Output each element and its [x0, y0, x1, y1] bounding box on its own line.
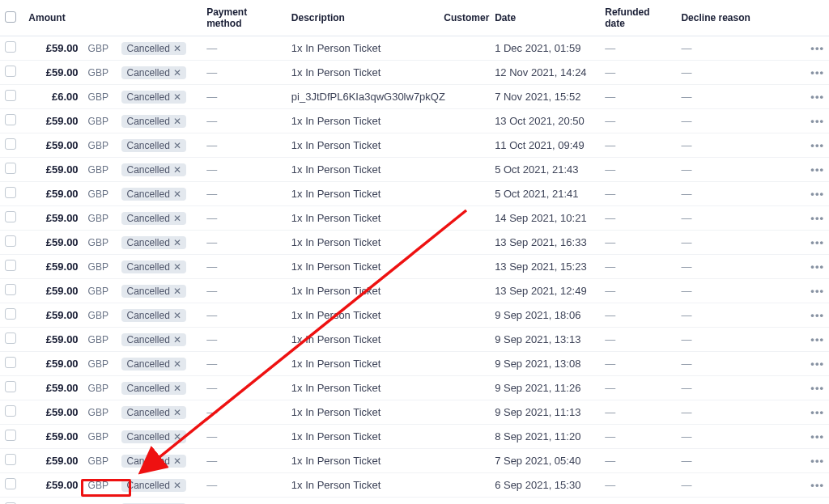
col-amount[interactable]: Amount [23, 0, 202, 36]
decline-reason-cell: — [676, 133, 795, 158]
row-actions-menu[interactable]: ••• [810, 358, 824, 370]
refunded-date-cell: — [600, 352, 676, 376]
row-actions-menu[interactable]: ••• [810, 285, 824, 297]
payment-method-cell: — [202, 36, 287, 61]
row-checkbox[interactable] [5, 138, 16, 150]
description-cell: 1x In Person Ticket [287, 352, 439, 376]
col-date[interactable]: Date [490, 0, 600, 36]
table-row[interactable]: £59.00GBPCancelled ✕—1x In Person Ticket… [0, 255, 829, 279]
row-actions-menu[interactable]: ••• [810, 91, 824, 103]
select-all-checkbox[interactable] [5, 11, 16, 23]
table-row[interactable]: £6.00GBPCancelled ✕—pi_3JtDfPL6KIa3qwG30… [0, 85, 829, 109]
row-checkbox[interactable] [5, 187, 16, 198]
description-cell: 1x In Person Ticket [287, 328, 439, 352]
row-checkbox[interactable] [5, 235, 16, 247]
date-cell: 9 Sep 2021, 11:26 [490, 376, 600, 400]
row-checkbox[interactable] [5, 478, 16, 489]
row-actions-menu[interactable]: ••• [810, 406, 824, 418]
row-checkbox[interactable] [5, 41, 16, 53]
table-row[interactable]: £59.00GBPCancelled ✕—1x In Person Ticket… [0, 303, 829, 328]
amount-cell: £59.00 [23, 473, 83, 498]
payment-method-cell: — [202, 61, 287, 85]
amount-cell: £59.00 [23, 352, 83, 376]
table-row[interactable]: £59.00GBPCancelled ✕—1x In Person Ticket… [0, 328, 829, 352]
currency-cell: GBP [83, 85, 117, 109]
amount-cell: £59.00 [23, 400, 83, 425]
cancel-x-icon: ✕ [173, 286, 181, 297]
row-actions-menu[interactable]: ••• [810, 479, 824, 491]
status-label: Cancelled [126, 67, 169, 78]
table-row[interactable]: £59.00GBPCancelled ✕—1x In Person Ticket… [0, 352, 829, 376]
row-actions-menu[interactable]: ••• [810, 212, 824, 224]
row-actions-menu[interactable]: ••• [810, 455, 824, 467]
row-actions-menu[interactable]: ••• [810, 260, 824, 273]
table-row[interactable]: £59.00GBPCancelled ✕—1x In Person Ticket… [0, 109, 829, 133]
status-label: Cancelled [126, 310, 169, 321]
row-actions-menu[interactable]: ••• [810, 309, 824, 321]
table-row[interactable]: £59.00GBPCancelled ✕—1x In Person Ticket… [0, 400, 829, 425]
decline-reason-cell: — [676, 36, 795, 61]
row-checkbox[interactable] [5, 308, 16, 320]
refunded-date-cell: — [600, 449, 676, 473]
row-checkbox[interactable] [5, 405, 16, 417]
row-actions-menu[interactable]: ••• [810, 333, 824, 345]
status-label: Cancelled [126, 480, 169, 491]
table-row[interactable]: £59.00GBPCancelled ✕—1x In Person Ticket… [0, 231, 829, 255]
date-cell: 11 Oct 2021, 09:49 [490, 133, 600, 158]
row-checkbox[interactable] [5, 66, 16, 77]
status-badge: Cancelled ✕ [121, 479, 185, 492]
decline-reason-cell: — [676, 400, 795, 425]
currency-cell: GBP [83, 255, 117, 279]
row-checkbox[interactable] [5, 332, 16, 344]
table-row[interactable]: £59.00GBPCancelled ✕—1x In Person Ticket… [0, 279, 829, 303]
customer-cell [439, 498, 490, 505]
amount-cell: £6.00 [23, 85, 83, 109]
col-payment-method[interactable]: Payment method [202, 0, 287, 36]
row-actions-menu[interactable]: ••• [810, 42, 824, 54]
cancel-x-icon: ✕ [173, 116, 181, 127]
table-row[interactable]: £59.00GBPCancelled ✕—1x In Person Ticket… [0, 425, 829, 449]
table-row[interactable]: £59.00GBPCancelled ✕—1x In Person Ticket… [0, 206, 829, 231]
col-refunded-date[interactable]: Refunded date [600, 0, 676, 36]
customer-cell [439, 303, 490, 328]
description-cell: 1x In Person Ticket [287, 279, 439, 303]
payments-table: Amount Payment method Description Custom… [0, 0, 829, 504]
row-checkbox[interactable] [5, 90, 16, 101]
table-row[interactable]: £59.00GBPCancelled ✕—1x In Person Ticket… [0, 61, 829, 85]
row-actions-menu[interactable]: ••• [810, 188, 824, 200]
table-row[interactable]: £59.00GBPCancelled ✕—1x In Person Ticket… [0, 182, 829, 206]
row-checkbox[interactable] [5, 163, 16, 174]
row-actions-menu[interactable]: ••• [810, 66, 824, 78]
date-cell: 13 Sep 2021, 15:23 [490, 255, 600, 279]
row-checkbox[interactable] [5, 114, 16, 125]
row-actions-menu[interactable]: ••• [810, 236, 824, 248]
row-checkbox[interactable] [5, 211, 16, 222]
row-checkbox[interactable] [5, 357, 16, 368]
row-checkbox[interactable] [5, 430, 16, 441]
row-actions-menu[interactable]: ••• [810, 163, 824, 176]
status-label: Cancelled [126, 334, 169, 345]
table-row[interactable]: £59.00GBPCancelled ✕—1x In Person Ticket… [0, 133, 829, 158]
col-decline-reason[interactable]: Decline reason [676, 0, 795, 36]
row-checkbox[interactable] [5, 284, 16, 295]
table-row[interactable]: £59.00GBPCancelled ✕—1x In Person Ticket… [0, 449, 829, 473]
decline-reason-cell: — [676, 85, 795, 109]
row-actions-menu[interactable]: ••• [810, 139, 824, 151]
date-cell: 1 Dec 2021, 01:59 [490, 36, 600, 61]
table-row[interactable]: £59.00GBPCancelled ✕—1x In Person Ticket… [0, 376, 829, 400]
row-checkbox[interactable] [5, 260, 16, 271]
table-row[interactable]: £59.00GBPCancelled ✕—1x In Person Ticket… [0, 158, 829, 182]
col-customer[interactable]: Customer [439, 0, 490, 36]
status-badge: Cancelled ✕ [121, 455, 185, 468]
col-description[interactable]: Description [287, 0, 439, 36]
row-actions-menu[interactable]: ••• [810, 430, 824, 443]
row-actions-menu[interactable]: ••• [810, 382, 824, 394]
row-actions-menu[interactable]: ••• [810, 115, 824, 127]
table-row[interactable]: £59.00GBPCancelled ✕—1x In Person Ticket… [0, 36, 829, 61]
row-checkbox[interactable] [5, 454, 16, 465]
row-checkbox[interactable] [5, 381, 16, 392]
amount-cell: £59.00 [23, 449, 83, 473]
table-row[interactable]: £59.00GBPCancelled ✕—1x In Person Ticket… [0, 498, 829, 505]
table-row[interactable]: £59.00GBPCancelled ✕—1x In Person Ticket… [0, 473, 829, 498]
cancel-x-icon: ✕ [173, 43, 181, 54]
